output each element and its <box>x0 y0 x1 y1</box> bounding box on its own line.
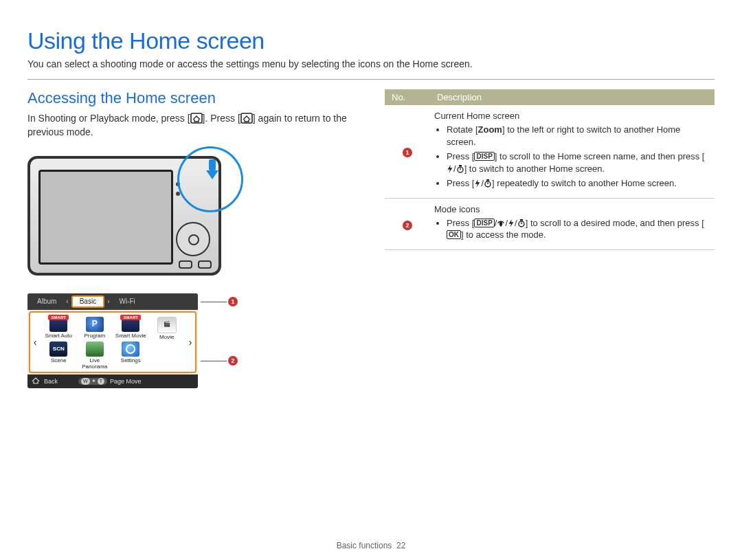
home-icon <box>32 377 40 385</box>
table-row: 1 Current Home screen Rotate [Zoom] to t… <box>385 105 715 198</box>
chevron-left-icon: ‹ <box>65 298 69 305</box>
row-description: Current Home screen Rotate [Zoom] to the… <box>430 105 715 198</box>
chevron-right-icon: › <box>186 313 195 372</box>
th-description: Description <box>430 89 715 105</box>
body-leading: In Shooting or Playback mode, press [ <box>27 113 190 124</box>
list-item: Press [DISP] to scroll to the Home scree… <box>447 150 710 175</box>
row-number: 1 <box>385 105 430 198</box>
callout-bullet-1: 1 <box>403 148 412 157</box>
timer-icon <box>517 219 526 227</box>
zoom-pill-icon: W✦T <box>78 378 107 385</box>
footer-pagemove-label: Page Move <box>110 378 142 385</box>
mode-label: Scene <box>51 358 67 364</box>
mode-label: Live Panorama <box>78 358 113 370</box>
page-intro: You can select a shooting mode or access… <box>27 58 715 69</box>
row-list: Rotate [Zoom] to the left or right to sw… <box>434 124 710 190</box>
section-heading: Accessing the Home screen <box>27 89 364 107</box>
down-arrow-icon <box>203 159 221 181</box>
flash-icon <box>474 179 481 187</box>
svg-rect-4 <box>459 165 462 166</box>
footer-back-label: Back <box>44 378 58 385</box>
leader-line <box>201 302 227 302</box>
tab-wifi: Wi-Fi <box>113 295 142 308</box>
svg-rect-7 <box>486 179 489 181</box>
mode-icon-smart-movie: Smart Movie <box>113 317 148 341</box>
timer-icon <box>456 164 464 172</box>
left-column: Accessing the Home screen In Shooting or… <box>27 89 385 388</box>
page-footer: Basic functions 22 <box>0 541 742 550</box>
home-screen-mock: Album ‹ Basic › Wi-Fi ‹ Smart Auto Progr… <box>27 293 198 388</box>
mode-grid-area: ‹ Smart Auto Program Smart Movie 🎬Movie … <box>29 311 196 373</box>
timer-icon <box>484 179 492 187</box>
mode-label: Smart Auto <box>45 333 72 339</box>
divider <box>27 79 715 80</box>
tab-basic: Basic <box>71 295 104 308</box>
camera-small-button <box>179 260 192 269</box>
list-item: Press [DISP///] to scroll to a desired m… <box>447 217 710 241</box>
flash-icon <box>447 164 453 172</box>
list-item: Rotate [Zoom] to the left or right to sw… <box>447 124 710 148</box>
chevron-left-icon: ‹ <box>30 313 40 372</box>
page-title: Using the Home screen <box>27 27 715 54</box>
row-title: Mode icons <box>434 204 710 214</box>
lcd-screen: Album ‹ Basic › Wi-Fi ‹ Smart Auto Progr… <box>27 293 198 388</box>
row-list: Press [DISP///] to scroll to a desired m… <box>434 217 710 241</box>
scene-icon: SCN <box>49 341 67 357</box>
flash-icon <box>508 219 515 227</box>
footer-section: Basic functions <box>337 541 392 550</box>
smart-auto-icon <box>49 317 67 332</box>
th-no: No. <box>385 89 430 105</box>
two-column-layout: Accessing the Home screen In Shooting or… <box>27 89 715 388</box>
tab-album: Album <box>30 295 63 308</box>
camera-bottom-buttons <box>179 260 212 269</box>
program-icon <box>86 317 104 332</box>
callout-bullet-2: 2 <box>228 356 238 366</box>
row-description: Mode icons Press [DISP///] to scroll to … <box>430 198 715 249</box>
mode-icon-live-panorama: Live Panorama <box>78 341 113 370</box>
mode-icon-empty <box>150 341 185 370</box>
smart-movie-icon <box>122 317 139 332</box>
screen-footer: Back W✦T Page Move <box>27 374 198 388</box>
row-number: 2 <box>385 198 430 249</box>
camera-dpad <box>176 222 210 256</box>
ok-icon: OK <box>447 230 461 239</box>
mode-label: Settings <box>121 358 141 364</box>
callout-bullet-2: 2 <box>403 221 412 230</box>
camera-lcd <box>38 170 173 265</box>
chevron-right-icon: › <box>106 298 111 305</box>
mode-label: Program <box>84 333 105 339</box>
svg-rect-2 <box>209 159 216 170</box>
panorama-icon <box>86 341 104 357</box>
footer-pagemove: W✦T Page Move <box>78 378 141 385</box>
mode-icon-scene: SCNScene <box>41 341 76 370</box>
screen-tabbar: Album ‹ Basic › Wi-Fi <box>27 293 198 310</box>
disp-icon: DISP <box>474 219 494 227</box>
disp-icon: DISP <box>474 152 494 161</box>
mode-label: Movie <box>159 335 174 341</box>
mode-icon-settings: Settings <box>113 341 148 370</box>
right-column: No. Description 1 Current Home screen Ro… <box>385 89 715 388</box>
table-row: 2 Mode icons Press [DISP///] to scroll t… <box>385 198 715 249</box>
svg-rect-10 <box>520 219 523 221</box>
row-title: Current Home screen <box>434 111 710 121</box>
description-table: No. Description 1 Current Home screen Ro… <box>385 89 715 250</box>
mode-icon-movie: 🎬Movie <box>150 317 185 341</box>
camera-small-button <box>198 260 212 269</box>
mode-icon-smart-auto: Smart Auto <box>41 317 76 341</box>
movie-icon: 🎬 <box>157 317 177 333</box>
settings-icon <box>122 341 139 357</box>
mode-label: Smart Movie <box>115 333 146 339</box>
section-body: In Shooting or Playback mode, press []. … <box>27 111 364 139</box>
mode-grid: Smart Auto Program Smart Movie 🎬Movie SC… <box>40 313 186 372</box>
list-item: Press [/] repeatedly to switch to anothe… <box>447 177 710 190</box>
camera-illustration <box>27 150 234 274</box>
mode-icon-program: Program <box>78 317 113 341</box>
footer-page-number: 22 <box>396 541 405 550</box>
manual-page: Using the Home screen You can select a s… <box>0 0 742 560</box>
zoom-label: Zoom <box>478 124 502 135</box>
home-icon <box>240 113 253 124</box>
body-mid: ]. Press [ <box>203 113 240 124</box>
callout-bullet-1: 1 <box>228 297 238 306</box>
macro-icon <box>497 219 505 227</box>
leader-line <box>201 361 227 361</box>
